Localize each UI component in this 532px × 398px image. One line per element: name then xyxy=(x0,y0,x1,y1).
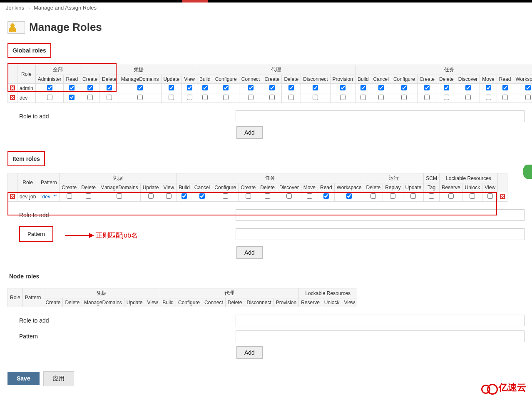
cb-admin-c-delete[interactable] xyxy=(107,85,112,90)
cb-admin-a-build[interactable] xyxy=(202,85,208,90)
cb-devjob-j-move[interactable] xyxy=(307,193,312,199)
col-na-delete: Delete xyxy=(225,298,244,307)
cb-dev-c-create[interactable] xyxy=(87,95,93,100)
cb-devjob-c-delete[interactable] xyxy=(86,193,91,199)
cb-devjob-l-reserve[interactable] xyxy=(448,193,454,199)
cb-dev-j-discover[interactable] xyxy=(465,95,471,100)
col-ij-create: Create xyxy=(239,183,258,192)
cb-admin-a-connect[interactable] xyxy=(248,85,254,90)
cb-admin-a-create[interactable] xyxy=(269,85,275,90)
cb-devjob-j-read[interactable] xyxy=(323,193,329,199)
cb-dev-j-configure[interactable] xyxy=(401,95,407,100)
item-row-devjob: dev-job "dev-.*" xyxy=(8,192,507,202)
cb-admin-j-read[interactable] xyxy=(502,85,508,90)
cb-admin-j-move[interactable] xyxy=(486,85,491,90)
pattern-link[interactable]: "dev-.*" xyxy=(40,194,57,200)
cb-devjob-r-delete[interactable] xyxy=(370,193,376,199)
cb-admin-j-discover[interactable] xyxy=(465,85,471,90)
cb-dev-j-cancel[interactable] xyxy=(378,95,384,100)
cb-dev-administer[interactable] xyxy=(47,95,52,100)
node-add-button[interactable]: Add xyxy=(236,346,263,359)
cb-admin-a-provision[interactable] xyxy=(340,85,346,90)
cb-devjob-j-create[interactable] xyxy=(246,193,251,199)
cb-dev-read[interactable] xyxy=(69,95,75,100)
cb-dev-j-read[interactable] xyxy=(502,95,508,100)
cb-admin-j-create[interactable] xyxy=(424,85,430,90)
cb-admin-j-configure[interactable] xyxy=(401,85,407,90)
col-ir-update: Update xyxy=(403,183,424,192)
cb-devjob-l-unlock[interactable] xyxy=(470,193,475,199)
cb-admin-administer[interactable] xyxy=(47,85,52,90)
cb-admin-a-configure[interactable] xyxy=(223,85,229,90)
cb-dev-a-create[interactable] xyxy=(269,95,275,100)
col-ic-manage: ManageDomains xyxy=(98,183,140,192)
cb-admin-c-create[interactable] xyxy=(87,85,93,90)
delete-icon[interactable] xyxy=(500,194,505,199)
cb-devjob-j-delete[interactable] xyxy=(265,193,270,199)
item-add-button[interactable]: Add xyxy=(236,246,263,259)
col-a-disconnect: Disconnect xyxy=(301,75,330,84)
cb-dev-c-view[interactable] xyxy=(187,95,192,100)
item-role-to-add-input[interactable] xyxy=(236,209,525,221)
node-role-to-add-input[interactable] xyxy=(236,315,525,326)
cb-admin-a-disconnect[interactable] xyxy=(313,85,318,90)
cb-dev-c-update[interactable] xyxy=(169,95,174,100)
cb-admin-c-manage[interactable] xyxy=(137,85,143,90)
watermark: 亿速云 xyxy=(481,381,526,394)
page-title: Manage Roles xyxy=(29,21,102,34)
col-ij-discover: Discover xyxy=(277,183,301,192)
node-role-to-add-label: Role to add xyxy=(19,317,236,324)
delete-icon[interactable] xyxy=(10,85,15,90)
cb-dev-j-delete[interactable] xyxy=(444,95,449,100)
cb-dev-a-provision[interactable] xyxy=(340,95,346,100)
cb-devjob-c-create[interactable] xyxy=(67,193,72,199)
cb-devjob-s-tag[interactable] xyxy=(429,193,434,199)
col-nl-reserve: Reserve xyxy=(299,298,322,307)
cb-devjob-j-build[interactable] xyxy=(181,193,187,199)
cb-devjob-c-update[interactable] xyxy=(148,193,154,199)
cb-admin-c-update[interactable] xyxy=(169,85,174,90)
col-j-discover: Discover xyxy=(456,75,480,84)
cb-admin-j-workspace[interactable] xyxy=(525,85,531,90)
cb-devjob-c-view[interactable] xyxy=(166,193,172,199)
cb-dev-a-configure[interactable] xyxy=(223,95,229,100)
cb-dev-a-connect[interactable] xyxy=(248,95,254,100)
cb-devjob-j-workspace[interactable] xyxy=(346,193,352,199)
cb-dev-j-move[interactable] xyxy=(486,95,491,100)
cb-devjob-r-replay[interactable] xyxy=(390,193,395,199)
delete-icon[interactable] xyxy=(10,95,15,100)
global-add-button[interactable]: Add xyxy=(236,126,263,139)
cb-admin-j-build[interactable] xyxy=(360,85,366,90)
cb-devjob-j-discover[interactable] xyxy=(286,193,292,199)
save-button[interactable]: Save xyxy=(7,372,40,385)
cb-dev-c-manage[interactable] xyxy=(137,95,143,100)
group-item-lock: Lockable Resources xyxy=(439,173,497,183)
node-pattern-input[interactable] xyxy=(236,330,525,342)
cb-dev-a-build[interactable] xyxy=(202,95,208,100)
apply-button[interactable]: 应用 xyxy=(43,371,74,386)
floating-badge-icon[interactable] xyxy=(523,165,532,179)
delete-icon[interactable] xyxy=(10,194,15,199)
cb-dev-c-delete[interactable] xyxy=(107,95,112,100)
global-role-to-add-input[interactable] xyxy=(236,110,525,122)
col-a-create: Create xyxy=(262,75,282,84)
cb-admin-read[interactable] xyxy=(69,85,75,90)
cb-devjob-r-update[interactable] xyxy=(410,193,416,199)
cb-admin-c-view[interactable] xyxy=(187,85,192,90)
cb-devjob-j-cancel[interactable] xyxy=(199,193,205,199)
cb-dev-j-build[interactable] xyxy=(360,95,366,100)
cb-devjob-c-manage[interactable] xyxy=(117,193,122,199)
cb-admin-j-cancel[interactable] xyxy=(378,85,384,90)
cb-dev-a-disconnect[interactable] xyxy=(313,95,318,100)
cb-dev-j-create[interactable] xyxy=(424,95,430,100)
breadcrumb-page[interactable]: Manage and Assign Roles xyxy=(34,5,97,11)
item-pattern-input[interactable] xyxy=(236,228,525,240)
cb-admin-j-delete[interactable] xyxy=(444,85,449,90)
cb-dev-j-workspace[interactable] xyxy=(525,95,531,100)
breadcrumb-root[interactable]: Jenkins xyxy=(6,5,24,11)
cb-admin-a-delete[interactable] xyxy=(288,85,294,90)
cb-devjob-l-view[interactable] xyxy=(487,193,493,199)
cb-devjob-j-configure[interactable] xyxy=(223,193,228,199)
cb-dev-a-delete[interactable] xyxy=(288,95,294,100)
group-agent: 代理 xyxy=(197,65,355,75)
